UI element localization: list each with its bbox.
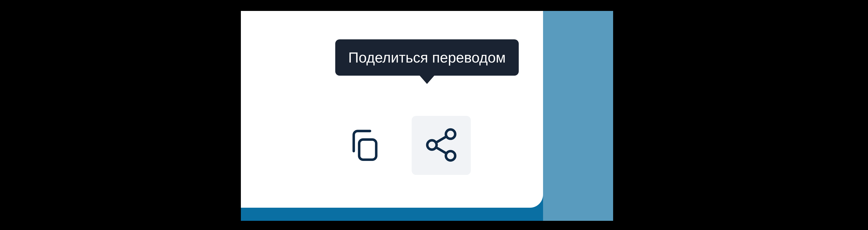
svg-rect-0: [359, 140, 376, 160]
svg-line-4: [436, 137, 446, 143]
share-tooltip: Поделиться переводом: [335, 39, 519, 76]
share-icon: [423, 126, 460, 164]
tooltip-wrapper: Поделиться переводом: [317, 39, 536, 84]
gray-overlay: [543, 11, 613, 221]
share-button[interactable]: [412, 116, 471, 175]
tooltip-arrow: [419, 75, 435, 84]
tooltip-text: Поделиться переводом: [348, 49, 506, 66]
action-icon-row: [335, 116, 471, 175]
copy-button[interactable]: [335, 116, 394, 175]
copy-icon: [346, 126, 383, 164]
svg-line-5: [436, 147, 446, 153]
